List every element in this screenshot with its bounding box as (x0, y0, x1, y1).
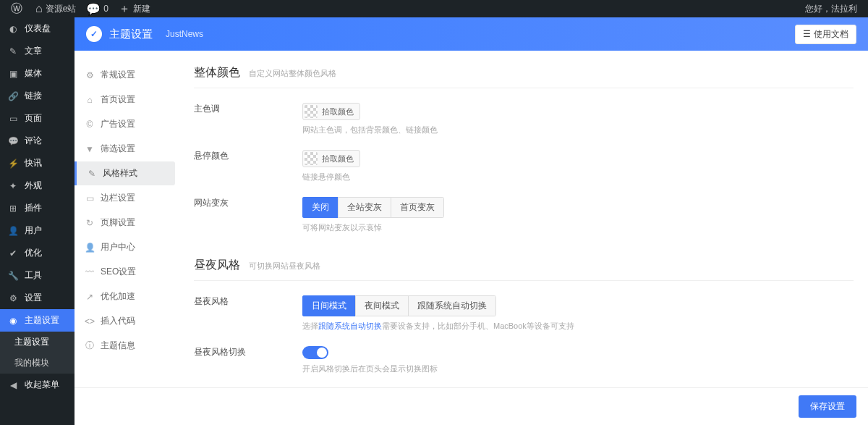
site-name-text: 资源e站 (46, 3, 77, 15)
section-title: 整体颜色 (194, 65, 240, 80)
sidebar-item[interactable]: 👤用户 (0, 219, 75, 242)
section-desc: 自定义网站整体颜色风格 (249, 68, 336, 79)
theme-product-name: JustNews (166, 29, 203, 39)
save-button[interactable]: 保存设置 (799, 395, 856, 418)
sidebar-item[interactable]: ▭页面 (0, 107, 75, 130)
comments-link[interactable]: 💬0 (81, 0, 114, 17)
new-label: 新建 (133, 3, 150, 15)
mode-hint-link[interactable]: 跟随系统自动切换 (318, 321, 382, 330)
settings-panel: 整体颜色 自定义网站整体颜色风格 主色调 拾取颜色 网站主色调，包括背景颜色、链… (179, 51, 868, 425)
theme-nav-label: 用户中心 (101, 241, 135, 253)
menu-icon: ⚡ (6, 159, 20, 169)
submenu-item[interactable]: 主题设置 (0, 332, 75, 353)
sidebar-item[interactable]: 💬评论 (0, 130, 75, 152)
field-label-mode: 昼夜风格 (194, 295, 302, 332)
sidebar-item[interactable]: 🔧工具 (0, 264, 75, 287)
doc-button[interactable]: ☰使用文档 (795, 25, 856, 44)
sidebar-item[interactable]: ⊞插件 (0, 197, 75, 219)
theme-nav-item[interactable]: <>插入代码 (75, 309, 175, 333)
theme-nav-item[interactable]: ↻页脚设置 (75, 211, 175, 235)
theme-nav-item[interactable]: ⚙常规设置 (75, 63, 175, 87)
theme-nav-label: 筛选设置 (101, 143, 135, 155)
toggle-hint: 开启风格切换后在页头会显示切换图标 (302, 363, 854, 374)
sidebar-item-label: 主题设置 (25, 314, 59, 327)
mode-hint: 选择跟随系统自动切换需要设备支持，比如部分手机、MacBook等设备可支持 (302, 321, 854, 332)
menu-icon: 💬 (6, 136, 20, 146)
sidebar-item-theme-settings[interactable]: ◉ 主题设置 (0, 309, 75, 332)
sidebar-item-label: 文章 (25, 45, 42, 57)
nav-icon: 👤 (83, 243, 96, 253)
menu-icon: 👤 (6, 226, 20, 236)
user-name: 法拉利 (831, 3, 857, 15)
sidebar-item-label: 仪表盘 (25, 22, 51, 35)
mode-option[interactable]: 日间模式 (302, 295, 355, 316)
sidebar-item-label: 工具 (25, 269, 42, 282)
theme-nav-item[interactable]: ▼筛选设置 (75, 137, 175, 161)
nav-icon: ✎ (85, 169, 98, 179)
menu-icon: ✔ (6, 248, 20, 258)
nav-icon: 〰 (83, 267, 96, 277)
menu-icon: ⊞ (6, 203, 20, 214)
theme-nav-label: 常规设置 (101, 69, 135, 81)
theme-nav-item[interactable]: ✎风格样式 (75, 161, 175, 185)
sidebar-item[interactable]: ✎文章 (0, 40, 75, 62)
nav-icon: ↗ (83, 292, 96, 302)
menu-icon: ✎ (6, 46, 20, 56)
nav-icon: ⌂ (83, 95, 96, 105)
theme-nav-item[interactable]: ⓘ主题信息 (75, 334, 175, 358)
theme-header-title: 主题设置 (109, 28, 153, 41)
sidebar-item[interactable]: ▣媒体 (0, 62, 75, 85)
toggle-switch[interactable] (302, 346, 328, 359)
theme-nav-item[interactable]: ⌂首页设置 (75, 88, 175, 111)
sidebar-item-label: 插件 (25, 202, 42, 214)
sidebar-item[interactable]: ⚙设置 (0, 287, 75, 309)
menu-icon: ▣ (6, 69, 20, 79)
sidebar-item-label: 链接 (25, 90, 42, 102)
new-content[interactable]: ＋新建 (114, 0, 156, 17)
doc-label: 使用文档 (814, 28, 848, 41)
gray-option[interactable]: 全站变灰 (338, 197, 391, 218)
hover-color-picker[interactable]: 拾取颜色 (302, 150, 360, 167)
color-swatch (305, 152, 318, 165)
theme-nav-item[interactable]: ▭边栏设置 (75, 186, 175, 210)
sidebar-item-label: 用户 (25, 224, 42, 237)
save-bar: 保存设置 (75, 387, 868, 425)
gray-option[interactable]: 关闭 (302, 197, 338, 218)
theme-logo-icon: ✓ (86, 26, 102, 42)
sidebar-item[interactable]: 🔗链接 (0, 85, 75, 107)
sidebar-item[interactable]: ◐仪表盘 (0, 17, 75, 40)
menu-icon: 🔧 (6, 271, 20, 281)
greeting-prefix: 您好， (805, 3, 831, 15)
collapse-menu[interactable]: ◀ 收起菜单 (0, 374, 75, 396)
theme-nav-item[interactable]: 〰SEO设置 (75, 260, 175, 284)
main-color-hint: 网站主色调，包括背景颜色、链接颜色 (302, 125, 854, 135)
theme-nav-label: 页脚设置 (101, 216, 135, 229)
wp-logo[interactable]: ⓦ (6, 0, 30, 17)
main-color-picker[interactable]: 拾取颜色 (302, 103, 360, 120)
my-account[interactable]: 您好，法拉利 (800, 0, 862, 17)
submenu-item[interactable]: 我的模块 (0, 353, 75, 374)
pick-color-label: 拾取颜色 (322, 106, 354, 117)
sidebar-item-label: 快讯 (25, 157, 42, 169)
nav-icon: <> (83, 316, 96, 327)
theme-nav-label: 首页设置 (101, 93, 135, 106)
theme-nav-item[interactable]: ©广告设置 (75, 112, 175, 136)
nav-icon: ▭ (83, 193, 96, 203)
theme-nav-item[interactable]: ↗优化加速 (75, 285, 175, 308)
comments-count: 0 (103, 4, 109, 14)
theme-nav-item[interactable]: 👤用户中心 (75, 235, 175, 259)
sidebar-item[interactable]: ✔优化 (0, 242, 75, 264)
sidebar-item-label: 评论 (25, 135, 42, 147)
mode-option[interactable]: 跟随系统自动切换 (408, 295, 496, 316)
theme-nav-label: 风格样式 (103, 167, 137, 180)
section-desc: 可切换网站昼夜风格 (249, 261, 320, 272)
mode-option[interactable]: 夜间模式 (355, 295, 408, 316)
sidebar-item[interactable]: ✦外观 (0, 174, 75, 197)
field-label-main-color: 主色调 (194, 103, 302, 135)
sidebar-item-label: 设置 (25, 292, 42, 304)
nav-icon: ⚙ (83, 70, 96, 80)
gray-option[interactable]: 首页变灰 (391, 197, 444, 218)
site-name[interactable]: ⌂资源e站 (30, 0, 81, 17)
sidebar-item[interactable]: ⚡快讯 (0, 152, 75, 174)
nav-icon: ⓘ (83, 340, 96, 352)
